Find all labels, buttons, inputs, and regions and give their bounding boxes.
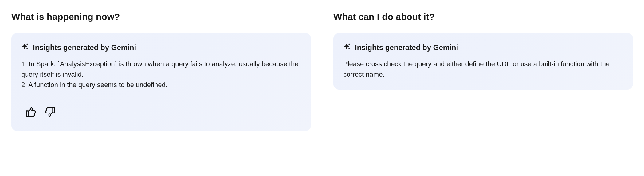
thumbs-down-button[interactable]	[43, 105, 57, 120]
insight-body-happening: 1. In Spark, `AnalysisException` is thro…	[21, 59, 301, 90]
insight-panels: What is happening now? Insights generate…	[0, 0, 644, 176]
insight-card-action: Insights generated by Gemini Please cros…	[333, 33, 633, 90]
insight-card-happening: Insights generated by Gemini 1. In Spark…	[11, 33, 311, 131]
thumbs-up-button[interactable]	[24, 105, 38, 120]
insight-body-action: Please cross check the query and either …	[343, 59, 623, 80]
panel-happening-now: What is happening now? Insights generate…	[0, 0, 322, 176]
sparkle-icon	[343, 43, 351, 52]
feedback-row	[21, 105, 301, 120]
thumbs-down-icon	[45, 106, 56, 119]
panel-title-action: What can I do about it?	[333, 12, 633, 22]
insight-header-label: Insights generated by Gemini	[33, 43, 136, 52]
panel-title-happening: What is happening now?	[11, 12, 311, 22]
insight-header: Insights generated by Gemini	[21, 43, 301, 52]
panel-what-to-do: What can I do about it? Insights generat…	[322, 0, 644, 176]
thumbs-up-icon	[25, 106, 37, 119]
insight-header: Insights generated by Gemini	[343, 43, 623, 52]
sparkle-icon	[21, 43, 29, 52]
insight-header-label: Insights generated by Gemini	[355, 43, 458, 52]
